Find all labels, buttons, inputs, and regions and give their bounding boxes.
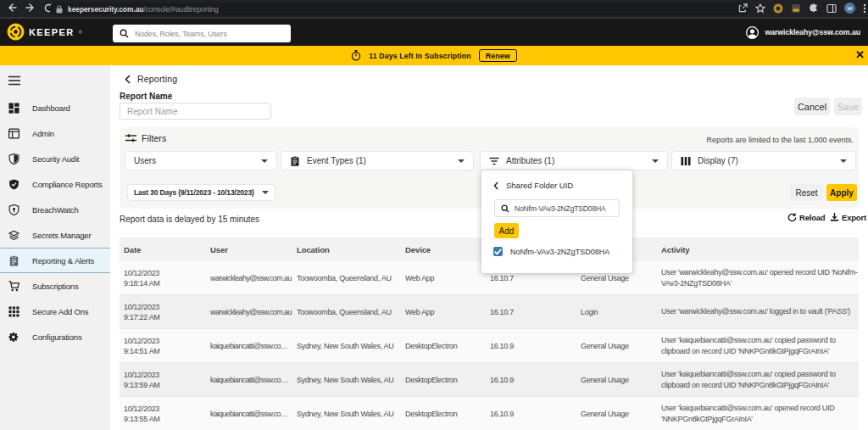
checkbox-checked-icon[interactable] xyxy=(493,247,503,256)
extensions-puzzle-icon[interactable] xyxy=(809,3,819,14)
sidebar-item-compliance-reports[interactable]: Compliance Reports xyxy=(0,171,110,197)
brand-name: KEEPER xyxy=(29,27,75,37)
column-header-location: Location xyxy=(292,245,401,254)
sidebar-item-breachwatch[interactable]: BreachWatch xyxy=(0,197,110,222)
cell-user: kaiquebiancatti@ssw.com.au xyxy=(206,342,292,350)
cell-date: 10/12/20239:17:22 AM xyxy=(120,302,206,322)
cell-category: General Usage xyxy=(576,342,657,350)
app-header: KEEPER® Nodes, Roles, Teams, Users warwi… xyxy=(0,19,868,46)
cell-version: 16.10.7 xyxy=(486,274,576,282)
secrets-manager-icon xyxy=(8,230,19,241)
browser-menu-icon[interactable] xyxy=(863,3,866,14)
back-to-reporting[interactable]: Reporting xyxy=(125,74,177,84)
cancel-button[interactable]: Cancel xyxy=(794,98,830,115)
sidebar-item-label: Security Audit xyxy=(32,154,79,164)
renew-button[interactable]: Renew xyxy=(479,49,517,62)
date-range-dropdown[interactable]: Last 30 Days (9/11/2023 - 10/13/2023) xyxy=(127,184,275,201)
cell-activity: User 'warwickleahy@ssw.com.au' logged in… xyxy=(657,306,859,317)
sidebar-item-label: Configurations xyxy=(32,332,81,342)
filters-icon xyxy=(125,133,136,143)
popup-search-value: NoNfm-VAv3-2NZgTSD08HA xyxy=(515,204,606,213)
popup-search-icon xyxy=(501,204,509,213)
sidebar-item-reporting-alerts[interactable]: Reporting & Alerts xyxy=(0,248,110,273)
cell-category: General Usage xyxy=(576,410,657,418)
extension-keeper-icon[interactable] xyxy=(791,3,801,14)
table-row[interactable]: 10/12/20239:17:22 AMwarwickleahy@ssw.com… xyxy=(120,295,859,329)
filter-dropdown-event-types-1[interactable]: Event Types (1) xyxy=(281,151,474,170)
sidebar-item-configurations[interactable]: Configurations xyxy=(0,324,110,349)
reporting-alerts-icon xyxy=(8,255,19,266)
cell-activity: User 'kaiquebiancatti@ssw.com.au' opened… xyxy=(657,403,859,425)
main-content: Reporting Report Name Report Name Cancel… xyxy=(110,65,868,430)
table-row[interactable]: 10/12/20239:14:51 AMkaiquebiancatti@ssw.… xyxy=(120,329,859,363)
sidebar-item-label: Secrets Manager xyxy=(32,231,91,240)
sidebar-item-admin[interactable]: Admin xyxy=(0,120,110,146)
search-icon xyxy=(120,29,129,38)
table-row[interactable]: 10/12/20239:13:59 AMkaiquebiancatti@ssw.… xyxy=(120,363,859,397)
keeper-admin-console: keepersecurity.com.au/console/#auditrepo… xyxy=(0,0,868,430)
brand-trademark: ® xyxy=(79,30,82,35)
apply-button[interactable]: Apply xyxy=(826,184,857,201)
reload-label: Reload xyxy=(799,213,825,222)
popup-option[interactable]: NoNfm-VAv3-2NZgTSD08HA xyxy=(493,247,609,256)
reset-button[interactable]: Reset xyxy=(790,184,823,201)
popup-search-input[interactable]: NoNfm-VAv3-2NZgTSD08HA xyxy=(494,199,620,217)
reload-button[interactable]: Reload xyxy=(787,213,825,222)
sidebar-item-secure-add-ons[interactable]: Secure Add Ons xyxy=(0,299,110,324)
report-name-label: Report Name xyxy=(120,92,172,101)
add-button[interactable]: Add xyxy=(494,223,519,238)
sidebar-item-dashboard[interactable]: Dashboard xyxy=(0,95,110,120)
sidebar-item-subscriptions[interactable]: Subscriptions xyxy=(0,273,110,299)
admin-search-input[interactable]: Nodes, Roles, Teams, Users xyxy=(113,25,291,42)
filter-dropdown-display-7[interactable]: Display (7) xyxy=(671,151,856,170)
cell-user: kaiquebiancatti@ssw.com.au xyxy=(206,410,292,418)
keeper-logo-icon xyxy=(7,23,25,41)
sidebar-menu-icon[interactable] xyxy=(8,75,20,86)
report-name-input[interactable]: Report Name xyxy=(120,103,271,120)
column-header-date: Date xyxy=(120,245,206,254)
browser-forward-icon[interactable] xyxy=(25,3,36,13)
limit-note: Reports are limited to the last 1,000 ev… xyxy=(706,136,854,144)
cell-activity: User 'kaiquebiancatti@ssw.com.au' copied… xyxy=(657,369,859,391)
banner-close-icon[interactable]: ✕ xyxy=(855,49,865,61)
save-button[interactable]: Save xyxy=(834,98,862,115)
popup-back[interactable]: Shared Folder UID xyxy=(493,181,573,190)
cell-device: DesktopElectron xyxy=(401,342,486,350)
export-button[interactable]: Export xyxy=(830,213,866,222)
account-menu[interactable]: warwickleahy@ssw.com.au xyxy=(746,19,860,46)
subscription-message: 11 Days Left In Subscription xyxy=(369,52,471,60)
cell-location: Sydney, New South Wales, AU xyxy=(292,342,401,350)
tab-panel-icon[interactable] xyxy=(826,3,837,14)
browser-address-bar[interactable]: keepersecurity.com.au/console/#auditrepo… xyxy=(49,3,749,15)
cell-location: Toowoomba, Queensland, AU xyxy=(292,308,401,316)
chevron-down-icon xyxy=(458,159,465,163)
cell-location: Sydney, New South Wales, AU xyxy=(292,410,401,418)
back-label: Reporting xyxy=(137,74,177,84)
cell-device: DesktopElectron xyxy=(401,376,486,384)
extension-gold-icon[interactable] xyxy=(773,3,783,14)
bookmark-star-icon[interactable] xyxy=(755,3,765,14)
timer-icon xyxy=(351,50,361,61)
filter-dropdown-attributes-1[interactable]: Attributes (1) xyxy=(480,151,668,170)
column-header-activity: Activity xyxy=(657,245,859,254)
cell-activity: User 'kaiquebiancatti@ssw.com.au' copied… xyxy=(657,335,859,357)
cell-date: 10/12/20239:18:14 AM xyxy=(120,268,206,288)
cell-user: warwickleahy@ssw.com.au xyxy=(206,308,292,316)
column-header-user: User xyxy=(206,245,292,254)
back-chevron-icon xyxy=(125,75,131,84)
chevron-down-icon xyxy=(262,191,269,194)
share-icon[interactable] xyxy=(738,3,748,13)
date-range-value: Last 30 Days (9/11/2023 - 10/13/2023) xyxy=(134,188,254,197)
sidebar-item-secrets-manager[interactable]: Secrets Manager xyxy=(0,222,110,248)
attributes-popup: Shared Folder UID NoNfm-VAv3-2NZgTSD08HA… xyxy=(481,170,632,273)
sidebar-item-label: Admin xyxy=(32,129,54,138)
cell-device: Web App xyxy=(401,308,486,316)
filter-dropdown-users[interactable]: Users xyxy=(125,151,277,170)
column-header-device: Device xyxy=(401,245,486,254)
url-path: /console/#auditreporting xyxy=(143,5,218,14)
browser-profile-avatar[interactable]: w xyxy=(844,3,855,14)
cell-version: 16.10.9 xyxy=(486,376,576,384)
table-row[interactable]: 10/12/20239:13:55 AMkaiquebiancatti@ssw.… xyxy=(120,397,859,430)
browser-back-icon[interactable] xyxy=(7,3,17,13)
sidebar-item-security-audit[interactable]: Security Audit xyxy=(0,146,110,171)
